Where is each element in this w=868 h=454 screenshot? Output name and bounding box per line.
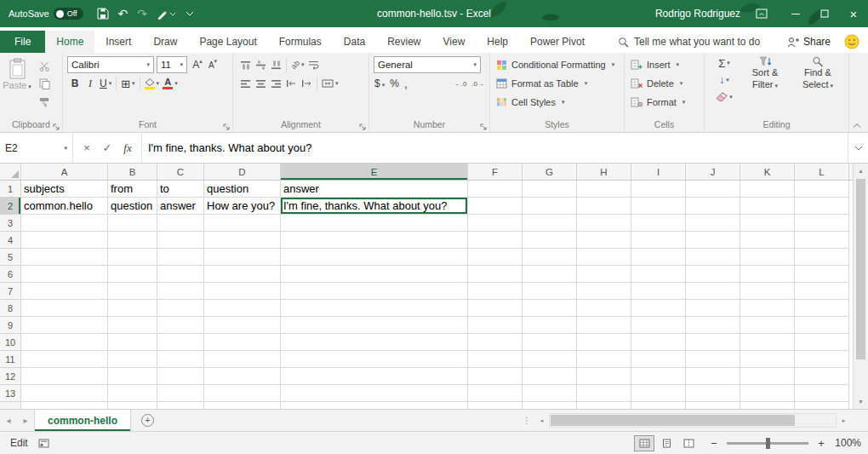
cell-K7[interactable]: [740, 283, 795, 300]
column-header-H[interactable]: H: [577, 164, 631, 180]
maximize-button[interactable]: [810, 0, 839, 27]
zoom-out-button[interactable]: −: [706, 437, 722, 450]
cell-H6[interactable]: [577, 266, 631, 283]
cell-K8[interactable]: [740, 300, 795, 317]
wrap-text-button[interactable]: [306, 56, 322, 73]
underline-button[interactable]: U▾: [98, 75, 113, 92]
cell[interactable]: [577, 402, 631, 409]
cell-G4[interactable]: [523, 232, 577, 249]
cell-A12[interactable]: [21, 368, 108, 385]
tell-me-box[interactable]: Tell me what you want to do: [618, 31, 760, 53]
clear-button[interactable]: ▾: [710, 89, 739, 106]
tab-file[interactable]: File: [0, 31, 45, 53]
normal-view-button[interactable]: [634, 435, 654, 451]
cell-B9[interactable]: [108, 317, 157, 334]
cell-F7[interactable]: [468, 283, 523, 300]
cell-J13[interactable]: [686, 385, 740, 402]
row-header-9[interactable]: 9: [0, 317, 21, 334]
cell-L2[interactable]: [795, 198, 849, 215]
cell-D12[interactable]: [204, 368, 281, 385]
insert-function-button[interactable]: fx: [117, 141, 138, 155]
cell-K4[interactable]: [740, 232, 795, 249]
cut-button[interactable]: [34, 59, 54, 73]
cell[interactable]: [204, 402, 281, 409]
cell-J7[interactable]: [686, 283, 740, 300]
cell-F12[interactable]: [468, 368, 523, 385]
tab-help[interactable]: Help: [476, 31, 519, 53]
sheet-nav-left-arrow[interactable]: ◂: [0, 410, 17, 431]
cell-A5[interactable]: [21, 249, 108, 266]
cell-G2[interactable]: [523, 198, 577, 215]
cell-E10[interactable]: [281, 334, 468, 351]
cell-E4[interactable]: [281, 232, 468, 249]
cell-C7[interactable]: [157, 283, 204, 300]
column-header-K[interactable]: K: [740, 164, 795, 180]
record-macro-button[interactable]: [38, 439, 49, 448]
cell-H9[interactable]: [577, 317, 631, 334]
cell[interactable]: [523, 402, 577, 409]
tab-review[interactable]: Review: [376, 31, 431, 53]
row-header-6[interactable]: 6: [0, 266, 21, 283]
cell-K10[interactable]: [740, 334, 795, 351]
cell-F1[interactable]: [468, 181, 523, 198]
row-header-4[interactable]: 4: [0, 232, 21, 249]
cell-G10[interactable]: [523, 334, 577, 351]
cell-H11[interactable]: [577, 351, 631, 368]
formula-input[interactable]: I'm fine, thanks. What about you?: [142, 133, 848, 163]
row-header-13[interactable]: 13: [0, 385, 21, 402]
sheet-nav-right-arrow[interactable]: ▸: [17, 410, 34, 431]
cell-G3[interactable]: [523, 215, 577, 232]
cell-C12[interactable]: [157, 368, 204, 385]
cell-B3[interactable]: [108, 215, 157, 232]
format-painter-button[interactable]: [34, 95, 54, 109]
zoom-slider-thumb[interactable]: [766, 438, 770, 449]
orientation-button[interactable]: ab▾: [289, 56, 306, 73]
vertical-scroll-thumb[interactable]: [856, 179, 865, 359]
cell-K5[interactable]: [740, 249, 795, 266]
column-header-C[interactable]: C: [157, 164, 204, 180]
cell-D10[interactable]: [204, 334, 281, 351]
copy-button[interactable]: [34, 77, 54, 91]
tab-draw[interactable]: Draw: [142, 31, 188, 53]
column-header-B[interactable]: B: [108, 164, 157, 180]
cell-K13[interactable]: [740, 385, 795, 402]
tab-formulas[interactable]: Formulas: [268, 31, 333, 53]
tab-page-layout[interactable]: Page Layout: [188, 31, 267, 53]
cell-I7[interactable]: [631, 283, 686, 300]
increase-decimal-button[interactable]: ←.0: [454, 80, 467, 88]
cell-H7[interactable]: [577, 283, 631, 300]
user-name[interactable]: Rodrigo Rodriguez: [655, 8, 740, 20]
cell-L8[interactable]: [795, 300, 849, 317]
cell-L12[interactable]: [795, 368, 849, 385]
horizontal-scrollbar[interactable]: ◂ ▸: [534, 410, 851, 431]
cell-C5[interactable]: [157, 249, 204, 266]
cell-E8[interactable]: [281, 300, 468, 317]
cell-D3[interactable]: [204, 215, 281, 232]
cell-L5[interactable]: [795, 249, 849, 266]
number-dialog-launcher[interactable]: [480, 124, 487, 130]
cell-F8[interactable]: [468, 300, 523, 317]
cell-B2[interactable]: question: [108, 198, 157, 215]
font-color-button[interactable]: A▾: [161, 75, 180, 92]
close-button[interactable]: ×: [839, 0, 868, 27]
cell-A3[interactable]: [21, 215, 108, 232]
cell-I3[interactable]: [631, 215, 686, 232]
fill-color-button[interactable]: ▾: [143, 75, 162, 92]
cell-G5[interactable]: [523, 249, 577, 266]
cell-G8[interactable]: [523, 300, 577, 317]
page-break-view-button[interactable]: [678, 435, 699, 451]
column-header-D[interactable]: D: [204, 164, 281, 180]
cell-E7[interactable]: [281, 283, 468, 300]
font-size-select[interactable]: 11▾: [157, 56, 187, 73]
cell-I10[interactable]: [631, 334, 686, 351]
tab-splitter-handle[interactable]: ⋮: [519, 410, 534, 431]
cell-F6[interactable]: [468, 266, 523, 283]
cell-B5[interactable]: [108, 249, 157, 266]
cell-E1[interactable]: answer: [281, 181, 468, 198]
cell-B4[interactable]: [108, 232, 157, 249]
cell-H4[interactable]: [577, 232, 631, 249]
cell-L7[interactable]: [795, 283, 849, 300]
cell-C9[interactable]: [157, 317, 204, 334]
cell-I11[interactable]: [631, 351, 686, 368]
new-sheet-button[interactable]: +: [141, 414, 154, 427]
